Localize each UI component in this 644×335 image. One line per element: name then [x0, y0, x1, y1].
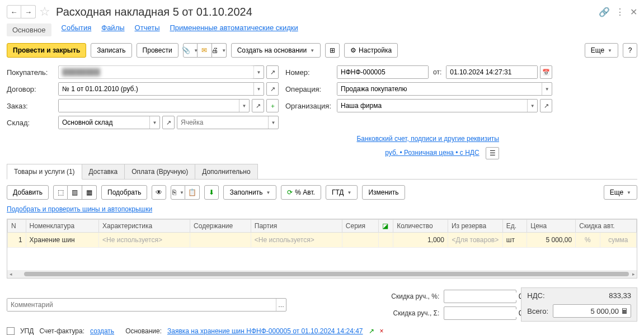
tab-more-button[interactable]: Еще▼ [604, 185, 637, 200]
warehouse-input[interactable] [59, 116, 149, 129]
buyer-open-button[interactable]: ↗ [266, 65, 279, 79]
org-open-button[interactable]: ↗ [540, 99, 552, 112]
col-discount[interactable]: Скидка авт. [576, 220, 637, 233]
cell-flag[interactable] [379, 233, 393, 248]
cell-batch[interactable]: <Не используется> [251, 233, 342, 248]
col-reserve[interactable]: Из резерва [448, 220, 502, 233]
col-batch[interactable]: Партия [251, 220, 342, 233]
close-button[interactable]: ✕ [630, 7, 637, 17]
col-price[interactable]: Цена [527, 220, 576, 233]
gtd-button[interactable]: ГТД▼ [326, 185, 358, 200]
cell-nomenclature[interactable]: Хранение шин [26, 233, 98, 248]
attach-button[interactable]: 📎▼ [183, 43, 198, 58]
price-type-link[interactable]: руб. • Розничная цена • с НДС [385, 149, 479, 157]
buyer-dropdown[interactable]: ▼ [253, 66, 264, 78]
basis-document-link[interactable]: Заявка на хранение шин НФНФ-000005 от 01… [167, 327, 363, 335]
fill-button[interactable]: Заполнить▼ [223, 185, 276, 200]
tab-files[interactable]: Файлы [101, 23, 124, 36]
price-settings-button[interactable]: ☰ [486, 147, 499, 159]
operation-input[interactable] [337, 83, 542, 95]
bank-details-link[interactable]: Банковский счет, подписи и другие реквиз… [356, 135, 499, 143]
tab-events[interactable]: События [62, 23, 92, 36]
cell-qty[interactable]: 1,000 [393, 233, 448, 248]
org-dropdown[interactable]: ▼ [527, 100, 537, 112]
col-content[interactable]: Содержание [190, 220, 251, 233]
total-calc-button[interactable]: 🖩 [621, 307, 628, 315]
org-input[interactable] [337, 100, 527, 112]
more-button[interactable]: Еще▼ [585, 43, 618, 58]
post-and-close-button[interactable]: Провести и закрыть [7, 43, 86, 58]
warehouse-dropdown[interactable]: ▼ [149, 116, 159, 129]
cell-characteristic[interactable]: <Не используется> [99, 233, 190, 248]
scan2-button[interactable]: ▦ [82, 185, 97, 200]
order-open-button[interactable]: ↗ [252, 99, 264, 112]
comment-input[interactable] [7, 299, 276, 311]
col-qty[interactable]: Количество [393, 220, 448, 233]
forward-button[interactable]: → [21, 5, 36, 18]
contract-open-button[interactable]: ↗ [266, 82, 279, 96]
col-n[interactable]: N [8, 220, 26, 233]
tab-main[interactable]: Основное [7, 23, 51, 36]
structure-button[interactable]: ⊞ [325, 43, 340, 58]
inner-tab-additional[interactable]: Дополнительно [195, 164, 257, 179]
inner-tab-payment[interactable]: Оплата (Вручную) [124, 164, 195, 179]
import-button[interactable]: ⬇ [204, 185, 219, 200]
upd-checkbox[interactable] [7, 327, 15, 335]
scan-button[interactable]: ▥ [68, 185, 82, 200]
tab-reports[interactable]: Отчеты [135, 23, 160, 36]
add-row-button[interactable]: Добавить [7, 185, 49, 200]
pick-button[interactable]: Подобрать [101, 185, 147, 200]
back-button[interactable]: ← [7, 5, 21, 18]
order-dropdown[interactable]: ▼ [239, 100, 249, 112]
cell-dropdown[interactable]: ▼ [268, 116, 278, 129]
post-button[interactable]: Провести [137, 43, 178, 58]
basis-open-icon[interactable]: ↗ [369, 327, 374, 335]
auto-pct-button[interactable]: ⟳ % Авт. [281, 185, 321, 200]
cell-discount-pct[interactable]: % [576, 233, 600, 248]
view-button[interactable]: 👁 [152, 185, 166, 200]
create-based-button[interactable]: Создать на основании▼ [231, 43, 321, 58]
col-unit[interactable]: Ед. [502, 220, 527, 233]
email-button[interactable]: ✉ [198, 43, 212, 58]
buyer-input[interactable] [59, 66, 253, 78]
cell-n[interactable]: 1 [8, 233, 26, 248]
cell-series[interactable] [342, 233, 378, 248]
table-row[interactable]: 1 Хранение шин <Не используется> <Не исп… [8, 233, 637, 248]
warehouse-open-button[interactable]: ↗ [162, 116, 175, 129]
contract-input[interactable] [59, 83, 253, 95]
copy-button[interactable]: ⎘▼ [171, 185, 185, 200]
favorite-star-icon[interactable]: ☆ [39, 4, 50, 19]
operation-dropdown[interactable]: ▼ [542, 83, 552, 95]
inner-tab-goods[interactable]: Товары и услуги (1) [7, 164, 82, 180]
contract-dropdown[interactable]: ▼ [253, 83, 264, 95]
link-icon[interactable]: 🔗 [599, 7, 610, 17]
date-picker-button[interactable]: 📅 [540, 65, 552, 79]
col-flag[interactable]: ◪ [379, 220, 393, 233]
horizontal-scrollbar[interactable]: ◂ ▸ [7, 270, 637, 278]
save-button[interactable]: Записать [91, 43, 131, 58]
paste-button[interactable]: 📋 [185, 185, 200, 200]
kebab-menu-icon[interactable]: ⋮ [615, 7, 624, 17]
inner-tab-delivery[interactable]: Доставка [82, 164, 125, 179]
tab-discounts[interactable]: Примененные автоматические скидки [170, 23, 298, 36]
basis-clear-icon[interactable]: × [380, 327, 384, 335]
date-input[interactable] [446, 66, 537, 78]
cell-price[interactable]: 5 000,00 [527, 233, 576, 248]
cell-input[interactable] [177, 116, 268, 129]
change-button[interactable]: Изменить [362, 185, 405, 200]
order-add-button[interactable]: ＋ [266, 99, 279, 112]
invoice-create-link[interactable]: создать [90, 327, 114, 335]
cell-reserve[interactable]: <Для товаров> [448, 233, 502, 248]
cell-content[interactable] [190, 233, 251, 248]
cell-unit[interactable]: шт [502, 233, 527, 248]
col-characteristic[interactable]: Характеристика [99, 220, 190, 233]
settings-button[interactable]: ⚙ Настройка [344, 43, 398, 58]
order-input[interactable] [59, 100, 239, 112]
help-button[interactable]: ? [623, 43, 637, 58]
col-series[interactable]: Серия [342, 220, 378, 233]
cell-discount-sum[interactable]: сумма [600, 233, 636, 248]
comment-expand-button[interactable]: … [276, 299, 286, 311]
print-button[interactable]: 🖨▼ [212, 43, 227, 58]
col-nomenclature[interactable]: Номенклатура [26, 220, 98, 233]
tire-check-link[interactable]: Подобрать и проверить шины и автопокрышк… [7, 205, 152, 213]
